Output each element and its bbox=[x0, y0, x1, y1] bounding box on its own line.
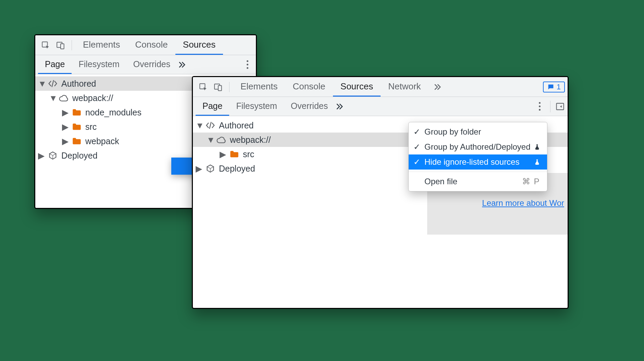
tree-node-label: node_modules bbox=[85, 108, 141, 117]
tab-sources[interactable]: Sources bbox=[175, 35, 223, 55]
subtab-page[interactable]: Page bbox=[38, 55, 72, 74]
checkmark-icon: ✓ bbox=[413, 127, 421, 137]
tab-elements[interactable]: Elements bbox=[233, 77, 285, 97]
svg-rect-2 bbox=[61, 43, 64, 49]
code-brackets-icon bbox=[205, 120, 216, 130]
cloud-icon bbox=[215, 136, 227, 144]
cloud-icon bbox=[58, 94, 70, 102]
menu-item-hide-ignore-listed[interactable]: ✓ Hide ignore-listed sources bbox=[409, 154, 547, 170]
tree-node-label: Deployed bbox=[61, 151, 98, 161]
tree-node-label: Authored bbox=[61, 79, 96, 89]
svg-rect-5 bbox=[218, 85, 222, 90]
more-tabs-icon[interactable] bbox=[335, 102, 344, 111]
subtab-filesystem[interactable]: Filesystem bbox=[72, 55, 126, 74]
folder-icon bbox=[71, 123, 83, 131]
cube-icon bbox=[205, 164, 216, 173]
menu-item-label: Group by folder bbox=[424, 127, 540, 137]
disclosure-right-icon: ▶ bbox=[62, 122, 68, 132]
menu-item-label: Hide ignore-listed sources bbox=[424, 157, 531, 167]
tab-console[interactable]: Console bbox=[285, 77, 333, 97]
kebab-menu-icon[interactable] bbox=[242, 60, 253, 69]
experiment-flask-icon bbox=[534, 144, 540, 150]
tree-node-label: src bbox=[243, 149, 254, 159]
disclosure-down-icon: ▼ bbox=[207, 135, 213, 145]
tab-console[interactable]: Console bbox=[127, 35, 175, 55]
checkmark-icon: ✓ bbox=[413, 157, 421, 167]
disclosure-right-icon: ▶ bbox=[62, 108, 68, 117]
disclosure-down-icon: ▼ bbox=[38, 79, 44, 89]
cube-icon bbox=[47, 151, 59, 160]
menu-item-shortcut: ⌘ P bbox=[522, 177, 540, 186]
disclosure-right-icon: ▶ bbox=[196, 164, 202, 174]
subtab-page[interactable]: Page bbox=[196, 97, 229, 116]
tree-node-label: webpack:// bbox=[230, 135, 271, 145]
sources-context-menu: ✓ Group by folder ✓ Group by Authored/De… bbox=[408, 122, 547, 191]
menu-item-label: Open file bbox=[424, 177, 519, 186]
subtab-overrides[interactable]: Overrides bbox=[284, 97, 335, 116]
issues-indicator[interactable]: 1 bbox=[543, 82, 565, 92]
menu-item-open-file[interactable]: Open file ⌘ P bbox=[409, 174, 547, 189]
panel-collapse-icon[interactable] bbox=[555, 102, 565, 111]
tree-node-label: Authored bbox=[219, 121, 253, 130]
menu-item-label: Group by Authored/Deployed bbox=[424, 142, 531, 152]
menu-separator bbox=[409, 172, 547, 172]
code-brackets-icon bbox=[47, 78, 59, 89]
tab-network[interactable]: Network bbox=[381, 77, 428, 97]
tab-elements[interactable]: Elements bbox=[75, 35, 127, 55]
device-toggle-icon[interactable] bbox=[211, 80, 225, 94]
tree-node-label: webpack bbox=[85, 136, 119, 146]
kebab-menu-icon[interactable] bbox=[534, 102, 545, 111]
tree-node-label: webpack:// bbox=[72, 93, 113, 103]
folder-icon bbox=[71, 108, 83, 116]
disclosure-right-icon: ▶ bbox=[220, 149, 226, 159]
sources-subtoolbar: Page Filesystem Overrides bbox=[193, 97, 568, 116]
folder-icon bbox=[228, 150, 240, 158]
folder-icon bbox=[71, 137, 83, 145]
disclosure-right-icon: ▶ bbox=[38, 151, 44, 161]
disclosure-right-icon: ▶ bbox=[62, 136, 68, 146]
inspect-icon[interactable] bbox=[196, 80, 210, 94]
tab-sources[interactable]: Sources bbox=[333, 77, 381, 97]
sources-subtoolbar: Page Filesystem Overrides bbox=[35, 55, 256, 74]
tree-node-label: src bbox=[85, 122, 97, 132]
toolbar-divider bbox=[229, 82, 230, 92]
menu-item-group-by-folder[interactable]: ✓ Group by folder bbox=[409, 124, 547, 139]
toolbar-divider bbox=[550, 101, 550, 112]
toolbar-divider bbox=[72, 40, 72, 50]
checkmark-icon: ✓ bbox=[413, 142, 421, 152]
more-tabs-icon[interactable] bbox=[177, 60, 187, 70]
top-toolbar: Elements Console Sources bbox=[35, 35, 256, 55]
disclosure-down-icon: ▼ bbox=[196, 121, 202, 130]
learn-more-link[interactable]: Learn more about Wor bbox=[482, 198, 564, 208]
subtab-filesystem[interactable]: Filesystem bbox=[229, 97, 284, 116]
experiment-flask-icon bbox=[534, 159, 540, 165]
menu-item-group-authored-deployed[interactable]: ✓ Group by Authored/Deployed bbox=[409, 139, 547, 154]
issues-count: 1 bbox=[557, 83, 561, 91]
more-tabs-icon[interactable] bbox=[429, 82, 446, 92]
disclosure-down-icon: ▼ bbox=[49, 93, 55, 103]
subtab-overrides[interactable]: Overrides bbox=[126, 55, 177, 74]
tree-node-label: Deployed bbox=[219, 164, 255, 174]
inspect-icon[interactable] bbox=[39, 38, 52, 52]
top-toolbar: Elements Console Sources Network 1 bbox=[193, 77, 568, 97]
devtools-window-right: Elements Console Sources Network 1 Page … bbox=[192, 76, 569, 309]
device-toggle-icon[interactable] bbox=[54, 38, 67, 52]
